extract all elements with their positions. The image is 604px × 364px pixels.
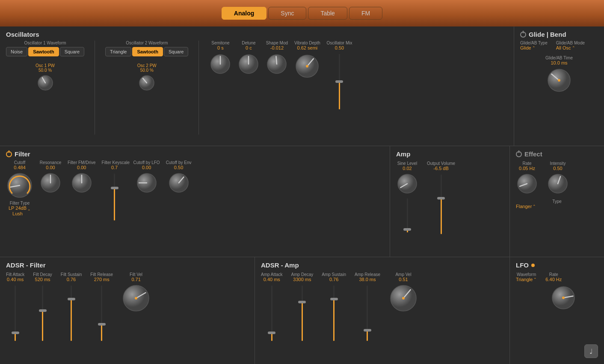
- detune-knob[interactable]: [237, 53, 260, 75]
- oscillators-panel: Oscillators Oscillator 1 Waveform Noise …: [0, 26, 514, 146]
- sine-level-slider[interactable]: [403, 198, 412, 232]
- filt-vel-knob[interactable]: [121, 284, 151, 313]
- filt-sustain-slider[interactable]: [67, 285, 76, 341]
- glide-type-group: Glide/AB Type Glide ⌃: [520, 41, 548, 50]
- filt-decay-label: Filt Decay: [33, 272, 52, 277]
- lfo-note-button[interactable]: ♩: [584, 344, 598, 358]
- filter-type-label: Filter Type: [10, 201, 30, 205]
- resonance-label: Resonance: [40, 160, 62, 165]
- resonance-knob[interactable]: [39, 172, 62, 194]
- row-adsr: ADSR - Filter Filt Attack 0.40 ms F: [0, 257, 604, 364]
- osc2-pw-knob[interactable]: [138, 74, 155, 91]
- lfo-waveform-label: Waveform: [517, 272, 536, 277]
- glide-type-chevron: ⌃: [532, 46, 536, 50]
- osc1-pw-knob[interactable]: [37, 74, 54, 91]
- lfo-waveform-chevron: ⌃: [533, 277, 537, 282]
- row-oscillators: Oscillators Oscillator 1 Waveform Noise …: [0, 26, 604, 146]
- osc2-square-btn[interactable]: Square: [164, 47, 188, 56]
- glide-mode-dropdown[interactable]: All Osc ⌃: [556, 45, 585, 50]
- shape-mod-knob[interactable]: [266, 53, 288, 75]
- filter-fm-knob[interactable]: [71, 172, 93, 194]
- output-vol-slider[interactable]: [437, 174, 445, 234]
- cutoff-label: Cutoff: [14, 160, 26, 165]
- tab-table[interactable]: Table: [308, 7, 347, 20]
- detune-value: 0 c: [246, 45, 252, 50]
- lfo-panel: LFO Waveform Triangle ⌃ Rate 6.40 Hz: [510, 257, 604, 364]
- glide-panel: Glide | Bend Glide/AB Type Glide ⌃ Glide…: [514, 26, 604, 146]
- filt-decay-slider[interactable]: [38, 285, 47, 341]
- filt-release-slider[interactable]: [98, 285, 106, 341]
- semitone-knob[interactable]: [209, 53, 231, 75]
- svg-line-9: [276, 56, 277, 64]
- cutoff-lfo-knob[interactable]: [136, 172, 158, 194]
- sine-level-value: 0.02: [403, 166, 412, 171]
- effect-rate-value: 0.05 Hz: [519, 166, 535, 171]
- filter-fm-label: Filter FM/Drive: [68, 160, 96, 165]
- amp-sustain-group: Amp Sustain 0.76: [322, 272, 346, 341]
- effect-intensity-knob[interactable]: [547, 173, 569, 195]
- amp-attack-slider[interactable]: [267, 285, 276, 341]
- glide-time-knob[interactable]: [546, 67, 572, 94]
- lfo-rate-value: 6.40 Hz: [545, 277, 562, 282]
- effect-rate-group: Rate 0.05 Hz: [516, 161, 538, 195]
- filter-type-dropdown[interactable]: LP 24dBLush ⌃: [9, 205, 31, 217]
- cutoff-env-knob[interactable]: [168, 172, 190, 194]
- filter-keyscale-group: Filter Keyscale 0.7: [102, 160, 127, 220]
- amp-decay-slider[interactable]: [298, 285, 306, 341]
- osc2-block: Oscillator 2 Waveform Triangle Sawtooth …: [105, 41, 199, 135]
- amp-vel-knob[interactable]: [389, 284, 418, 313]
- osc2-triangle-btn[interactable]: Triangle: [105, 47, 131, 56]
- filter-keyscale-value: 0.7: [111, 165, 118, 170]
- effect-type-group: Type Flanger ⌃: [516, 199, 598, 209]
- filter-power-icon[interactable]: [6, 151, 12, 157]
- filt-attack-slider[interactable]: [11, 285, 20, 341]
- semitone-label: Semitone: [211, 41, 229, 45]
- osc2-pw-label: Osc 2 PW: [137, 63, 157, 68]
- cutoff-knob[interactable]: [6, 172, 33, 199]
- filt-sustain-value: 0.76: [67, 277, 76, 282]
- glide-power-icon[interactable]: [520, 32, 526, 38]
- osc1-sawtooth-btn[interactable]: Sawtooth: [28, 47, 59, 56]
- lfo-waveform-group: Waveform Triangle ⌃: [516, 272, 537, 282]
- adsr-filter-title: ADSR - Filter: [6, 261, 249, 269]
- filt-release-value: 270 ms: [94, 277, 110, 282]
- filt-decay-group: Filt Decay 520 ms: [33, 272, 52, 341]
- vibrato-depth-group: Vibrato Depth 0.62 semi: [294, 41, 320, 135]
- resonance-value: 0.00: [46, 165, 55, 170]
- effect-power-icon[interactable]: [516, 151, 522, 157]
- effect-type-dropdown[interactable]: Flanger ⌃: [516, 204, 598, 209]
- tab-fm[interactable]: FM: [349, 7, 382, 20]
- amp-vel-group: Amp Vel 0.51: [389, 272, 418, 313]
- amp-release-slider[interactable]: [363, 285, 372, 341]
- glide-mode-label: Glide/AB Mode: [556, 41, 585, 45]
- sine-level-label: Sine Level: [397, 161, 417, 166]
- sine-level-knob[interactable]: [396, 173, 418, 195]
- effect-rate-label: Rate: [522, 161, 531, 166]
- effect-intensity-value: 0.50: [553, 166, 562, 171]
- tab-analog[interactable]: Analog: [222, 7, 266, 20]
- cutoff-lfo-label: Cutoff by LFO: [133, 160, 160, 165]
- osc1-noise-btn[interactable]: Noise: [6, 47, 27, 56]
- amp-release-value: 38.0 ms: [359, 277, 376, 282]
- lfo-waveform-dropdown[interactable]: Triangle ⌃: [516, 277, 537, 282]
- glide-type-dropdown[interactable]: Glide ⌃: [520, 45, 548, 50]
- osc2-sawtooth-btn[interactable]: Sawtooth: [132, 47, 163, 56]
- amp-sustain-slider[interactable]: [330, 285, 338, 341]
- osc-mix-slider[interactable]: [335, 54, 343, 109]
- lfo-rate-knob[interactable]: [550, 285, 577, 311]
- amp-title: Amp: [396, 150, 503, 158]
- glide-time-label: Glide/AB Time: [520, 56, 598, 60]
- filter-keyscale-slider[interactable]: [110, 173, 119, 220]
- effect-type-label: Type: [516, 199, 598, 204]
- svg-point-11: [306, 65, 308, 68]
- effect-rate-knob[interactable]: [516, 173, 538, 195]
- cutoff-env-value: 0.50: [174, 165, 183, 170]
- adsr-amp-panel: ADSR - Amp Amp Attack 0.40 ms Amp D: [255, 257, 510, 364]
- osc1-block: Oscillator 1 Waveform Noise Sawtooth Squ…: [6, 41, 95, 135]
- filt-attack-group: Filt Attack 0.40 ms: [6, 272, 24, 341]
- vibrato-depth-knob[interactable]: [294, 53, 320, 79]
- cutoff-lfo-group: Cutoff by LFO 0.00: [133, 160, 160, 194]
- sine-level-group: Sine Level 0.02: [396, 161, 418, 232]
- tab-sync[interactable]: Sync: [268, 7, 306, 20]
- osc1-square-btn[interactable]: Square: [60, 47, 84, 56]
